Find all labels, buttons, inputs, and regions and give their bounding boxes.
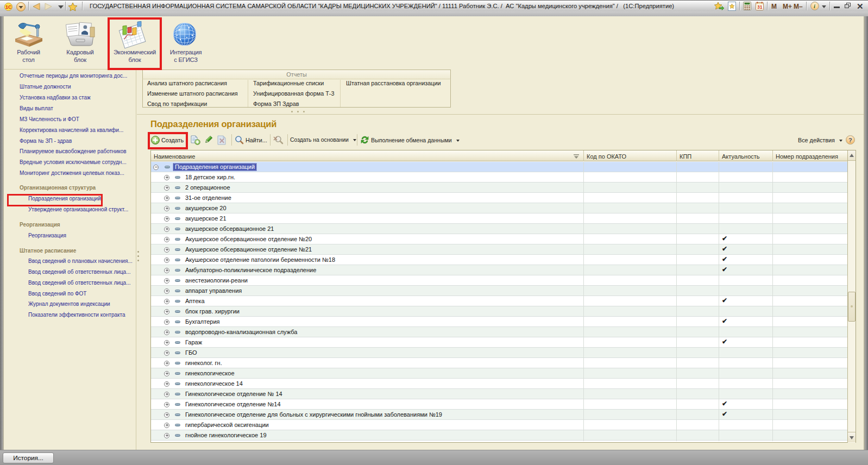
svg-text:31: 31 — [757, 4, 763, 10]
svg-text:?: ? — [848, 137, 852, 143]
svg-text:1С: 1С — [5, 4, 12, 10]
